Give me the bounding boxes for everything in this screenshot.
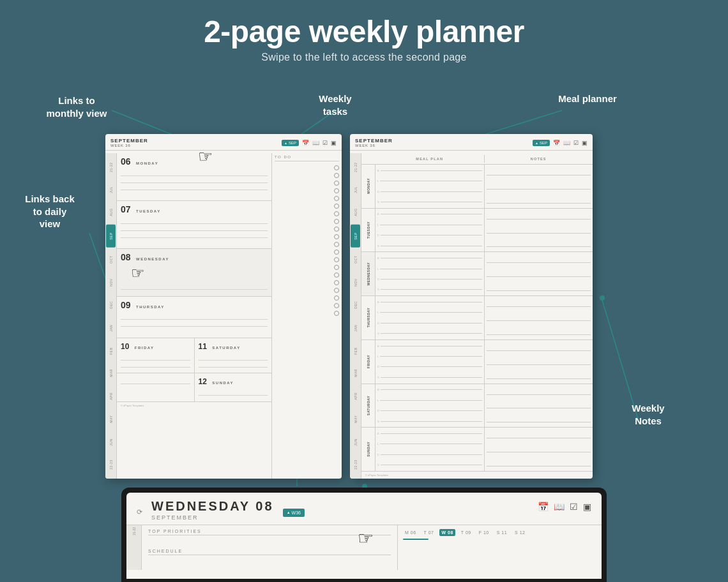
left-week-label: WEEK 36 bbox=[110, 144, 148, 147]
meal-day-label-fri: FRIDAY bbox=[361, 340, 375, 384]
day-row-saturday[interactable]: 11 SATURDAY bbox=[195, 338, 272, 373]
tab-may[interactable]: MAY bbox=[105, 408, 116, 431]
todo-item-13[interactable] bbox=[334, 257, 339, 262]
right-checkbox-icon[interactable]: ☑ bbox=[573, 140, 579, 146]
right-sep-button[interactable]: SEP bbox=[533, 140, 550, 146]
right-tab-dec[interactable]: DEC bbox=[350, 294, 361, 317]
todo-item-11[interactable] bbox=[334, 242, 339, 247]
book-icon[interactable]: 📖 bbox=[312, 140, 319, 146]
meal-slots-wed[interactable]: B L D S bbox=[375, 252, 485, 295]
tab-22-23[interactable]: 22-23 bbox=[105, 453, 116, 476]
left-planner-page: SEPTEMBER WEEK 36 SEP 📅 📖 ☑ ▣ 21-22 JUL … bbox=[105, 134, 342, 479]
todo-item-4[interactable] bbox=[334, 188, 339, 193]
right-tab-mar[interactable]: MAR bbox=[350, 362, 361, 385]
todo-item-1[interactable] bbox=[334, 165, 339, 170]
device-check-icon[interactable]: ☑ bbox=[570, 502, 578, 512]
meal-slots-tue[interactable]: B L D S bbox=[375, 209, 485, 252]
day-row-sunday[interactable]: 12 SUNDAY bbox=[195, 373, 272, 402]
checkbox-icon[interactable]: ☑ bbox=[322, 140, 328, 146]
right-layout-icon[interactable]: ▣ bbox=[582, 140, 588, 146]
right-tab-aug[interactable]: AUG bbox=[350, 201, 361, 224]
meal-slots-thu[interactable]: B L D S bbox=[375, 296, 485, 340]
right-tab-jun[interactable]: JUN bbox=[350, 431, 361, 454]
device-book-icon[interactable]: 📖 bbox=[554, 502, 565, 512]
nav-day-mon[interactable]: M 06 bbox=[403, 529, 418, 536]
nav-day-tue[interactable]: T 07 bbox=[422, 529, 436, 536]
left-side-tabs[interactable]: 21-22 JUL AUG SEP OCT NOV DEC JAN FEB MA… bbox=[105, 153, 117, 479]
right-tab-may[interactable]: MAY bbox=[350, 408, 361, 431]
layout-icon[interactable]: ▣ bbox=[331, 140, 337, 146]
tab-oct[interactable]: OCT bbox=[105, 248, 116, 271]
right-tab-jul[interactable]: JUL bbox=[350, 179, 361, 202]
right-tab-jan[interactable]: JAN bbox=[350, 317, 361, 340]
meal-slots-sun[interactable]: B L D S bbox=[375, 428, 485, 471]
calendar-icon[interactable]: 📅 bbox=[302, 140, 309, 146]
day-row-monday[interactable]: 06 MONDAY bbox=[117, 153, 271, 201]
tab-mar[interactable]: MAR bbox=[105, 362, 116, 385]
todo-item-16[interactable] bbox=[334, 280, 339, 285]
todo-item-15[interactable] bbox=[334, 272, 339, 278]
meal-slots-fri[interactable]: B L D S bbox=[375, 340, 485, 384]
todo-item-7[interactable] bbox=[334, 211, 339, 216]
tab-apr[interactable]: APR bbox=[105, 385, 116, 408]
device-week-badge[interactable]: ▲ W36 bbox=[283, 509, 305, 517]
right-tab-apr[interactable]: APR bbox=[350, 385, 361, 408]
annotation-meal-planner: Meal planner bbox=[546, 93, 629, 105]
tab-jan[interactable]: JAN bbox=[105, 317, 116, 340]
todo-item-18[interactable] bbox=[334, 295, 339, 301]
notes-slots-tue[interactable] bbox=[485, 209, 593, 252]
todo-item-19[interactable] bbox=[334, 303, 339, 308]
right-tab-22-23[interactable]: 22-23 bbox=[350, 453, 361, 476]
todo-item-14[interactable] bbox=[334, 265, 339, 270]
meal-slots-sat[interactable]: B L D S bbox=[375, 384, 485, 428]
device-side-tabs[interactable]: 21-22 bbox=[126, 525, 142, 570]
nav-day-fri[interactable]: F 10 bbox=[477, 529, 491, 536]
nav-day-wed[interactable]: W 08 bbox=[439, 529, 455, 536]
day-row-thursday[interactable]: 09 THURSDAY bbox=[117, 297, 271, 338]
todo-item-3[interactable] bbox=[334, 181, 339, 186]
svg-point-7 bbox=[600, 295, 605, 301]
right-tab-feb[interactable]: FEB bbox=[350, 340, 361, 362]
nav-day-sun[interactable]: S 12 bbox=[513, 529, 527, 536]
todo-item-10[interactable] bbox=[334, 234, 339, 239]
todo-item-17[interactable] bbox=[334, 288, 339, 293]
day-row-wednesday[interactable]: 08 WEDNESDAY ☞ bbox=[117, 249, 271, 297]
tab-21-22[interactable]: 21-22 bbox=[105, 156, 116, 179]
tab-jul[interactable]: JUL bbox=[105, 179, 116, 202]
notes-slots-mon[interactable] bbox=[485, 165, 593, 208]
notes-slots-sat[interactable] bbox=[485, 384, 593, 428]
todo-item-20[interactable] bbox=[334, 311, 339, 316]
todo-item-8[interactable] bbox=[334, 219, 339, 224]
right-tab-oct[interactable]: OCT bbox=[350, 248, 361, 271]
tab-sep[interactable]: SEP bbox=[106, 225, 116, 248]
notes-slots-wed[interactable] bbox=[485, 252, 593, 295]
nav-day-sat[interactable]: S 11 bbox=[495, 529, 509, 536]
todo-item-5[interactable] bbox=[334, 196, 339, 201]
tab-feb[interactable]: FEB bbox=[105, 340, 116, 362]
right-tab-21-22[interactable]: 21-22 bbox=[350, 156, 361, 179]
right-tab-nov[interactable]: NOV bbox=[350, 271, 361, 294]
device-layout-icon[interactable]: ▣ bbox=[583, 502, 591, 512]
tab-dec[interactable]: DEC bbox=[105, 294, 116, 317]
todo-item-6[interactable] bbox=[334, 204, 339, 209]
left-sep-button[interactable]: SEP bbox=[282, 140, 299, 146]
todo-item-12[interactable] bbox=[334, 250, 339, 255]
device-nav-days-row[interactable]: M 06 T 07 W 08 T 09 F 10 S 11 S 12 bbox=[403, 529, 596, 536]
notes-slots-sun[interactable] bbox=[485, 428, 593, 471]
nav-day-thu[interactable]: T 09 bbox=[459, 529, 473, 536]
meal-slots-mon[interactable]: B L D S bbox=[375, 165, 485, 208]
right-book-icon[interactable]: 📖 bbox=[563, 140, 570, 146]
tab-aug[interactable]: AUG bbox=[105, 201, 116, 224]
day-row-friday[interactable]: 10 FRIDAY bbox=[117, 338, 195, 373]
notes-slots-fri[interactable] bbox=[485, 340, 593, 384]
notes-slots-thu[interactable] bbox=[485, 296, 593, 340]
todo-item-9[interactable] bbox=[334, 227, 339, 232]
right-side-tabs[interactable]: 21-22 JUL AUG SEP OCT NOV DEC JAN FEB MA… bbox=[350, 153, 361, 479]
tab-nov[interactable]: NOV bbox=[105, 271, 116, 294]
right-tab-sep[interactable]: SEP bbox=[351, 225, 360, 248]
right-calendar-icon[interactable]: 📅 bbox=[553, 140, 560, 146]
tab-jun[interactable]: JUN bbox=[105, 431, 116, 454]
todo-item-2[interactable] bbox=[334, 173, 339, 178]
device-calendar-icon[interactable]: 📅 bbox=[538, 502, 549, 512]
day-row-tuesday[interactable]: 07 TUESDAY bbox=[117, 201, 271, 249]
